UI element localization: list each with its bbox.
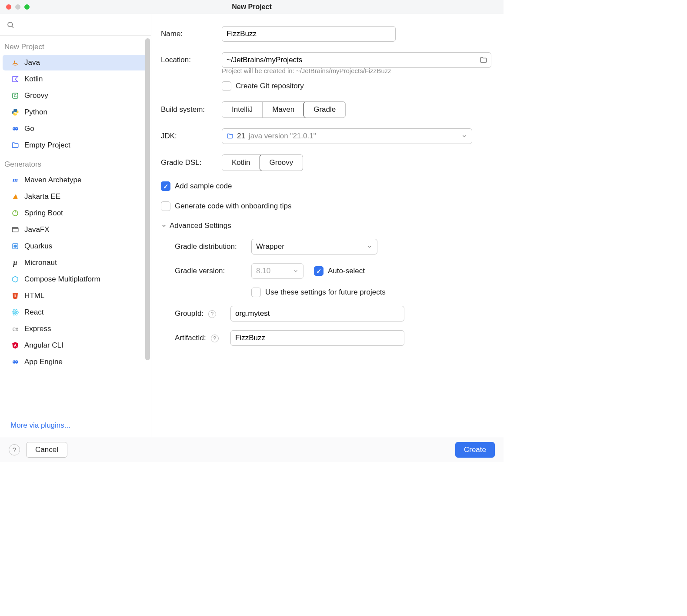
auto-select-label: Auto-select [328, 267, 365, 275]
angular-icon: A [10, 341, 20, 350]
onboarding-tips-checkbox[interactable] [161, 201, 170, 211]
window-title: New Project [0, 3, 504, 11]
sidebar-item-label: Micronaut [24, 258, 57, 267]
sidebar-item-kotlin[interactable]: Kotlin [3, 71, 148, 87]
folder-icon [227, 133, 233, 140]
gradle-version-dropdown[interactable]: 8.10 [251, 263, 303, 279]
create-git-checkbox[interactable] [222, 81, 231, 91]
sidebar-item-empty-project[interactable]: Empty Project [3, 137, 148, 153]
cancel-button[interactable]: Cancel [26, 442, 67, 458]
compose-icon [10, 275, 20, 284]
sidebar-item-label: Groovy [24, 91, 48, 100]
sidebar-item-angular-cli[interactable]: A Angular CLI [3, 338, 148, 353]
jdk-dropdown[interactable]: 21 java version "21.0.1" [222, 128, 472, 144]
sidebar-item-javafx[interactable]: JavaFX [3, 222, 148, 238]
sidebar-section-generators: Generators [0, 157, 151, 171]
go-icon [10, 124, 20, 134]
svg-text:A: A [14, 344, 17, 348]
gradle-distribution-label: Gradle distribution: [175, 242, 251, 251]
artifact-id-label: ArtifactId: [175, 334, 206, 342]
jdk-label: JDK: [161, 132, 222, 141]
add-sample-code-checkbox[interactable] [161, 181, 170, 191]
html-icon: 5 [10, 291, 20, 301]
gradle-version-value: 8.10 [256, 267, 270, 275]
chevron-down-icon [293, 268, 299, 274]
help-button[interactable]: ? [9, 444, 20, 455]
gradle-distribution-dropdown[interactable]: Wrapper [251, 239, 377, 254]
create-git-label: Create Git repository [236, 82, 304, 90]
sidebar-item-label: Spring Boot [24, 209, 63, 218]
main-panel: Name: Location: Project will be created … [151, 14, 504, 437]
auto-select-checkbox[interactable] [314, 266, 323, 276]
sidebar-item-groovy[interactable]: G Groovy [3, 88, 148, 104]
jakarta-icon [10, 192, 20, 201]
svg-point-22 [16, 361, 17, 362]
sidebar-item-label: Python [24, 108, 47, 117]
build-system-maven[interactable]: Maven [262, 102, 304, 117]
build-system-intellij[interactable]: IntelliJ [222, 102, 262, 117]
empty-project-icon [10, 141, 20, 150]
sidebar-item-label: Jakarta EE [24, 192, 60, 201]
gradle-dsl-toggle: Kotlin Groovy [222, 154, 303, 171]
sidebar-item-micronaut[interactable]: μ Micronaut [3, 255, 148, 271]
sidebar: New Project Java Kotlin G Groovy [0, 14, 151, 437]
help-icon[interactable]: ? [208, 310, 216, 318]
svg-text:G: G [14, 94, 17, 98]
footer: ? Cancel Create [0, 437, 504, 462]
sidebar-item-express[interactable]: ex Express [3, 321, 148, 337]
sidebar-item-react[interactable]: React [3, 305, 148, 320]
location-hint: Project will be created in: ~/JetBrains/… [222, 67, 494, 74]
location-input[interactable] [222, 52, 491, 68]
build-system-gradle[interactable]: Gradle [303, 101, 346, 118]
use-for-future-checkbox[interactable] [251, 288, 261, 297]
sidebar-item-label: Empty Project [24, 141, 70, 150]
sidebar-item-java[interactable]: Java [3, 55, 148, 70]
gradle-dsl-kotlin[interactable]: Kotlin [222, 155, 260, 171]
maven-icon: m [10, 175, 20, 185]
gradle-dsl-label: Gradle DSL: [161, 158, 222, 167]
express-icon: ex [10, 324, 20, 334]
sidebar-item-spring-boot[interactable]: Spring Boot [3, 205, 148, 221]
chevron-down-icon [161, 223, 167, 229]
name-label: Name: [161, 30, 222, 38]
svg-point-7 [16, 128, 17, 129]
sidebar-item-go[interactable]: Go [3, 121, 148, 137]
svg-point-21 [13, 361, 14, 362]
help-icon[interactable]: ? [211, 335, 219, 342]
quarkus-icon [10, 241, 20, 251]
artifact-id-input[interactable] [230, 330, 404, 346]
react-icon [10, 308, 20, 317]
browse-folder-button[interactable] [478, 55, 489, 65]
sidebar-item-html[interactable]: 5 HTML [3, 288, 148, 304]
sidebar-item-app-engine[interactable]: App Engine [3, 354, 148, 370]
sidebar-item-label: HTML [24, 291, 44, 300]
sidebar-item-jakarta-ee[interactable]: Jakarta EE [3, 189, 148, 204]
kotlin-icon [10, 74, 20, 84]
svg-line-1 [12, 26, 13, 27]
more-via-plugins-link[interactable]: More via plugins... [0, 414, 151, 437]
sidebar-item-maven-archetype[interactable]: m Maven Archetype [3, 172, 148, 188]
sidebar-item-python[interactable]: Python [3, 104, 148, 120]
sidebar-item-quarkus[interactable]: Quarkus [3, 238, 148, 254]
svg-point-6 [13, 128, 14, 129]
build-system-label: Build system: [161, 105, 222, 114]
sidebar-item-label: Kotlin [24, 75, 43, 84]
spring-boot-icon [10, 208, 20, 218]
svg-point-17 [15, 312, 16, 313]
advanced-settings-toggle[interactable]: Advanced Settings [161, 221, 494, 230]
sidebar-item-label: App Engine [24, 358, 63, 366]
use-for-future-label: Use these settings for future projects [265, 288, 386, 297]
create-button[interactable]: Create [455, 442, 495, 458]
group-id-input[interactable] [230, 306, 404, 321]
group-id-label: GroupId: [175, 309, 203, 318]
jdk-version-string: java version "21.0.1" [249, 132, 316, 141]
gradle-dsl-groovy[interactable]: Groovy [260, 154, 303, 171]
build-system-toggle: IntelliJ Maven Gradle [222, 101, 346, 118]
svg-point-5 [15, 127, 18, 131]
chevron-down-icon [461, 133, 467, 139]
svg-point-0 [8, 22, 13, 27]
name-input[interactable] [222, 26, 396, 42]
search-input[interactable] [17, 21, 147, 29]
gradle-version-label: Gradle version: [175, 267, 251, 275]
sidebar-item-compose-multiplatform[interactable]: Compose Multiplatform [3, 271, 148, 287]
